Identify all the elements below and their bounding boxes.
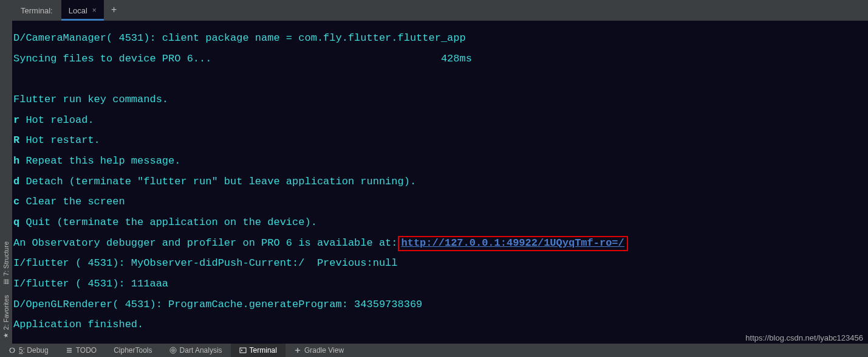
terminal-line: Application finished. xyxy=(13,314,867,335)
terminal-tab-bar: Terminal: Local × + xyxy=(0,0,868,21)
sidebar-favorites[interactable]: ★ 2: Favorites xyxy=(1,290,11,344)
add-tab-button[interactable]: + xyxy=(104,5,125,16)
sidebar-item-label: 2: Favorites xyxy=(2,295,10,330)
terminal-line: D/CameraManager( 4531): client package n… xyxy=(13,28,867,49)
watermark: https://blog.csdn.net/lyabc123456 xyxy=(745,333,863,342)
bottom-tab-label: Terminal xyxy=(250,346,277,355)
terminal-line: An Observatory debugger and profiler on … xyxy=(13,233,867,254)
bug-icon xyxy=(9,347,16,354)
hotkey: R xyxy=(13,134,19,146)
terminal-icon xyxy=(239,347,247,354)
terminal-line xyxy=(13,69,867,89)
terminal-line: Syncing files to device PRO 6... 428ms xyxy=(13,49,867,69)
list-icon xyxy=(66,347,73,354)
terminal-line: q Quit (terminate the application on the… xyxy=(13,212,867,233)
bottom-tab-ciphertools[interactable]: CipherTools xyxy=(105,344,160,357)
sidebar-item-label: 7: Structure xyxy=(2,241,10,276)
terminal-line: d Detach (terminate "flutter run" but le… xyxy=(13,172,867,192)
hotkey: c xyxy=(13,196,19,207)
terminal-line: I/flutter ( 4531): 111aaa xyxy=(13,274,867,294)
dart-icon xyxy=(169,347,177,354)
plus-icon xyxy=(294,347,301,354)
tab-local[interactable]: Local × xyxy=(61,0,104,21)
terminal-line: h Repeat this help message. xyxy=(13,151,867,172)
observatory-link[interactable]: http://127.0.0.1:49922/1UQyqTmf-ro=/ xyxy=(402,237,624,249)
bottom-tab-label: Gradle View xyxy=(304,346,344,355)
hotkey: h xyxy=(13,155,19,167)
close-icon[interactable]: × xyxy=(92,6,97,15)
bottom-tab-label: 5: Debug xyxy=(19,346,49,355)
hotkey: q xyxy=(13,217,19,228)
bottom-tab-label: CipherTools xyxy=(114,346,152,355)
sidebar-structure[interactable]: ▤ 7: Structure xyxy=(1,237,11,290)
bottom-tab-5-debug[interactable]: 5: Debug xyxy=(0,344,57,357)
structure-icon: ▤ xyxy=(3,279,10,285)
hotkey: r xyxy=(13,114,19,126)
hotkey: d xyxy=(13,176,19,187)
terminal-line: I/flutter ( 4531): MyObserver-didPush-Cu… xyxy=(13,253,867,274)
star-icon: ★ xyxy=(3,332,10,339)
bottom-tab-label: TODO xyxy=(76,346,97,355)
terminal-line: c Clear the screen xyxy=(13,192,867,212)
observatory-url-highlight: http://127.0.0.1:49922/1UQyqTmf-ro=/ xyxy=(398,236,628,251)
left-sidebar: ▤ 7: Structure ★ 2: Favorites xyxy=(0,21,12,344)
bottom-tab-todo[interactable]: TODO xyxy=(57,344,105,357)
tab-bar-label: Terminal: xyxy=(12,6,61,15)
bottom-tab-terminal[interactable]: Terminal xyxy=(231,344,285,357)
bottom-tool-bar: 5: DebugTODOCipherToolsDart AnalysisTerm… xyxy=(0,344,868,357)
svg-point-12 xyxy=(173,350,174,351)
bottom-tab-label: Dart Analysis xyxy=(180,346,222,355)
terminal-line: Flutter run key commands. xyxy=(13,89,867,110)
tab-label: Local xyxy=(69,6,87,15)
bottom-tab-gradle-view[interactable]: Gradle View xyxy=(285,344,352,357)
terminal-output[interactable]: D/CameraManager( 4531): client package n… xyxy=(12,21,868,344)
terminal-line: D/OpenGLRenderer( 4531): ProgramCache.ge… xyxy=(13,294,867,315)
terminal-line: R Hot restart. xyxy=(13,130,867,151)
bottom-tab-dart-analysis[interactable]: Dart Analysis xyxy=(161,344,231,357)
terminal-line: r Hot reload. xyxy=(13,110,867,131)
